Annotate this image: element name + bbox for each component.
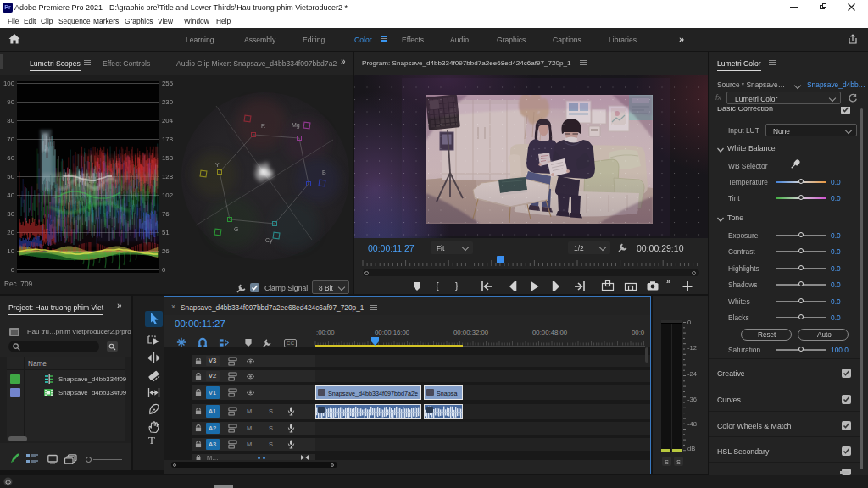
svg-text:G: G: [234, 226, 238, 232]
svg-text:Mg: Mg: [292, 122, 300, 129]
svg-text:B: B: [322, 169, 326, 175]
svg-text:Yl: Yl: [215, 162, 221, 168]
svg-text:Cy: Cy: [265, 237, 273, 244]
svg-text:R: R: [261, 123, 265, 129]
